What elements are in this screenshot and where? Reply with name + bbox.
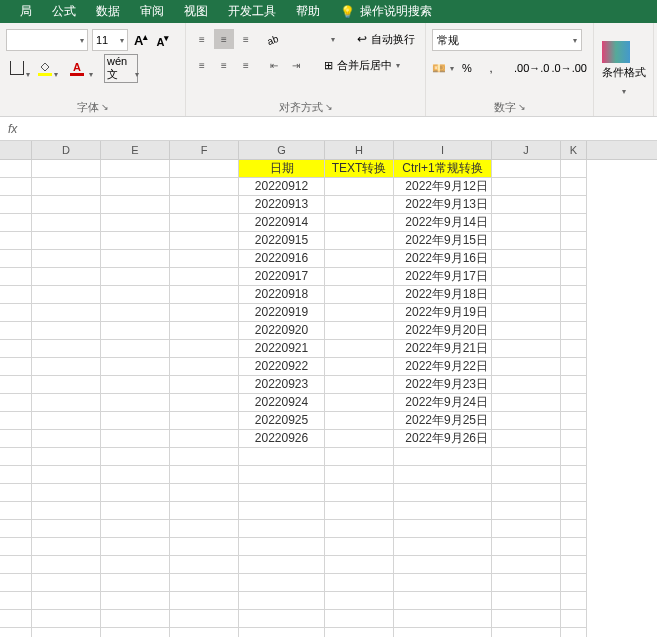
align-bottom-button[interactable]: ≡ — [236, 29, 256, 49]
decrease-font-button[interactable]: A▾ — [154, 31, 171, 50]
cell[interactable] — [492, 484, 561, 502]
cell[interactable] — [170, 412, 239, 430]
cell[interactable] — [492, 412, 561, 430]
cell[interactable] — [101, 538, 170, 556]
cell[interactable] — [0, 628, 32, 637]
cell[interactable] — [325, 304, 394, 322]
cell[interactable] — [492, 556, 561, 574]
cell[interactable] — [0, 214, 32, 232]
cell[interactable] — [325, 178, 394, 196]
cell[interactable] — [561, 484, 587, 502]
cell[interactable] — [492, 628, 561, 637]
cell[interactable]: 2022年9月22日 — [394, 358, 492, 376]
cell[interactable] — [325, 538, 394, 556]
cell[interactable]: 20220913 — [239, 196, 325, 214]
cell[interactable] — [325, 592, 394, 610]
cell[interactable] — [325, 628, 394, 637]
cell[interactable] — [492, 430, 561, 448]
cell[interactable]: 20220922 — [239, 358, 325, 376]
cell[interactable] — [239, 610, 325, 628]
tab-formulas[interactable]: 公式 — [42, 3, 86, 20]
increase-indent-button[interactable]: ⇥ — [286, 55, 306, 75]
cell[interactable]: 20220912 — [239, 178, 325, 196]
cell[interactable] — [170, 376, 239, 394]
column-header[interactable]: I — [394, 141, 492, 159]
cell[interactable] — [325, 466, 394, 484]
cell[interactable] — [492, 610, 561, 628]
cell[interactable] — [101, 304, 170, 322]
cell[interactable] — [0, 556, 32, 574]
cell[interactable] — [101, 466, 170, 484]
cell[interactable] — [32, 538, 101, 556]
cell[interactable] — [170, 394, 239, 412]
cell[interactable]: 2022年9月14日 — [394, 214, 492, 232]
cell[interactable] — [561, 340, 587, 358]
cell[interactable] — [101, 160, 170, 178]
cell[interactable] — [32, 178, 101, 196]
cell[interactable] — [325, 448, 394, 466]
tab-help[interactable]: 帮助 — [286, 3, 330, 20]
cell[interactable] — [561, 610, 587, 628]
cell[interactable]: 2022年9月18日 — [394, 286, 492, 304]
cell[interactable] — [0, 178, 32, 196]
cell[interactable] — [394, 484, 492, 502]
cell[interactable] — [561, 376, 587, 394]
cell[interactable] — [32, 520, 101, 538]
cell[interactable] — [325, 268, 394, 286]
cell[interactable] — [32, 340, 101, 358]
cell[interactable] — [325, 376, 394, 394]
cell[interactable] — [101, 574, 170, 592]
tab-developer[interactable]: 开发工具 — [218, 3, 286, 20]
cell[interactable] — [394, 538, 492, 556]
cell[interactable] — [32, 484, 101, 502]
cell[interactable]: 20220926 — [239, 430, 325, 448]
cell[interactable] — [170, 340, 239, 358]
cell[interactable] — [561, 574, 587, 592]
cell[interactable] — [101, 268, 170, 286]
cell[interactable] — [561, 394, 587, 412]
cell[interactable] — [561, 304, 587, 322]
cell[interactable] — [394, 592, 492, 610]
cell[interactable] — [32, 610, 101, 628]
decrease-decimal-button[interactable]: .0→.00 — [551, 57, 586, 79]
cell[interactable] — [239, 466, 325, 484]
column-header[interactable]: G — [239, 141, 325, 159]
cell[interactable] — [492, 322, 561, 340]
cell[interactable] — [170, 304, 239, 322]
cell[interactable] — [0, 250, 32, 268]
cell[interactable] — [101, 232, 170, 250]
cell[interactable] — [561, 412, 587, 430]
cell[interactable] — [0, 520, 32, 538]
cell[interactable] — [561, 556, 587, 574]
cell[interactable] — [32, 160, 101, 178]
cell[interactable] — [325, 196, 394, 214]
column-header[interactable]: D — [32, 141, 101, 159]
cell[interactable] — [239, 556, 325, 574]
cell[interactable] — [170, 520, 239, 538]
cell[interactable] — [561, 214, 587, 232]
cell[interactable] — [32, 574, 101, 592]
cell[interactable] — [492, 340, 561, 358]
cell[interactable] — [492, 520, 561, 538]
cell[interactable] — [32, 376, 101, 394]
cell[interactable] — [101, 502, 170, 520]
cell[interactable] — [492, 250, 561, 268]
cell[interactable] — [492, 232, 561, 250]
cell[interactable] — [101, 448, 170, 466]
cell[interactable] — [492, 214, 561, 232]
cell[interactable] — [170, 574, 239, 592]
cell[interactable] — [492, 538, 561, 556]
cell[interactable] — [170, 250, 239, 268]
cell[interactable] — [492, 160, 561, 178]
cell[interactable] — [492, 592, 561, 610]
number-dialog-launcher[interactable]: ↘ — [518, 102, 526, 112]
cell[interactable] — [32, 358, 101, 376]
cell[interactable] — [394, 520, 492, 538]
cell[interactable] — [561, 628, 587, 637]
cell[interactable] — [492, 196, 561, 214]
cell[interactable] — [101, 214, 170, 232]
cell[interactable] — [170, 160, 239, 178]
cell[interactable]: 20220919 — [239, 304, 325, 322]
column-header[interactable]: K — [561, 141, 587, 159]
fx-label[interactable]: fx — [0, 122, 25, 136]
